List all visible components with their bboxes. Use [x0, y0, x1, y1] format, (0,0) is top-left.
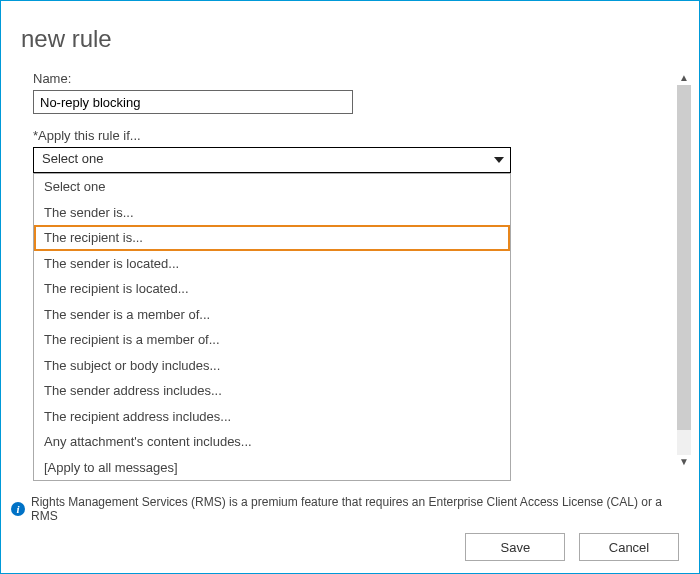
dropdown-item[interactable]: The recipient is located...: [34, 276, 510, 302]
name-label: Name:: [33, 71, 677, 86]
page-title: new rule: [1, 1, 699, 63]
chevron-down-icon: [494, 157, 504, 163]
apply-rule-selected-value: Select one: [42, 151, 103, 166]
dropdown-item[interactable]: The sender is a member of...: [34, 302, 510, 328]
apply-rule-label: *Apply this rule if...: [33, 128, 677, 143]
info-bar: i Rights Management Services (RMS) is a …: [11, 495, 689, 523]
name-input[interactable]: [33, 90, 353, 114]
save-button[interactable]: Save: [465, 533, 565, 561]
dropdown-item[interactable]: The sender is...: [34, 200, 510, 226]
dropdown-item[interactable]: Any attachment's content includes...: [34, 429, 510, 455]
dropdown-item[interactable]: Select one: [34, 174, 510, 200]
dropdown-item[interactable]: The recipient address includes...: [34, 404, 510, 430]
dropdown-item[interactable]: The sender is located...: [34, 251, 510, 277]
info-text: Rights Management Services (RMS) is a pr…: [31, 495, 689, 523]
dropdown-item[interactable]: The recipient is...: [34, 225, 510, 251]
info-icon: i: [11, 502, 25, 516]
dropdown-item[interactable]: The subject or body includes...: [34, 353, 510, 379]
dropdown-item[interactable]: The recipient is a member of...: [34, 327, 510, 353]
dropdown-item[interactable]: [Apply to all messages]: [34, 455, 510, 481]
apply-rule-dropdown[interactable]: Select oneThe sender is...The recipient …: [33, 173, 511, 481]
apply-rule-select[interactable]: Select one: [33, 147, 511, 173]
cancel-button[interactable]: Cancel: [579, 533, 679, 561]
dropdown-item[interactable]: The sender address includes...: [34, 378, 510, 404]
